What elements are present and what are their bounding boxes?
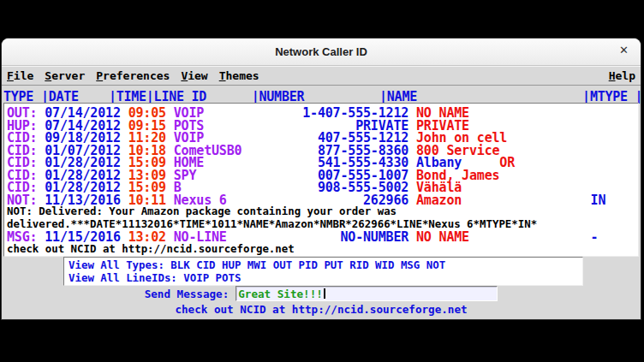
send-message-value: Great Site!!! — [238, 288, 323, 300]
list-row[interactable]: CID: 01/28/2012 15:09 B 908-555-5002 Väh… — [7, 180, 638, 193]
send-message-row: Send Message: Great Site!!! — [2, 286, 641, 301]
list-row[interactable]: CID: 01/07/2012 10:18 CometUSB0 877-555-… — [7, 143, 638, 156]
close-icon[interactable]: ✕ — [619, 45, 629, 56]
menu-item-server[interactable]: Server — [45, 69, 85, 82]
field-name: Amazon — [408, 193, 462, 208]
list-row[interactable]: CID: 01/28/2012 13:09 SPY 007-555-1007 B… — [7, 168, 638, 181]
title-bar: Network Caller ID ✕ — [2, 39, 641, 66]
footer-link-text: check out NCID at http://ncid.sourceforg… — [2, 303, 641, 316]
window-title: Network Caller ID — [275, 45, 367, 58]
field-message: NOT: Delivered: Your Amazon package cont… — [7, 205, 397, 217]
list-row[interactable]: delivered.***DATE*11132016*TIME*1011*NAM… — [7, 217, 638, 230]
view-all-lineids: View All LineIDs: VOIP POTS — [69, 271, 582, 284]
list-row[interactable]: CID: 09/18/2012 11:20 VOIP 407-555-1212 … — [7, 130, 638, 143]
column-header: TYPE |DATE |TIME|LINE ID |NUMBER |NAME |… — [2, 86, 641, 104]
menu-item-themes[interactable]: Themes — [219, 69, 259, 82]
list-row[interactable]: NOT: 11/13/2016 10:11 Nexus 6 262966 Ama… — [7, 193, 638, 205]
view-all-panel: View All Types: BLK CID HUP MWI OUT PID … — [63, 257, 583, 286]
menu-bar: FileServerPreferencesViewThemes Help — [2, 66, 641, 86]
menu-item-file[interactable]: File — [7, 69, 33, 82]
ncid-window: Network Caller ID ✕ FileServerPreference… — [1, 38, 641, 320]
list-row[interactable]: OUT: 07/14/2012 09:05 VOIP 1-407-555-121… — [7, 105, 638, 118]
list-row[interactable]: CID: 01/28/2012 15:09 HOME 541-555-4330 … — [7, 155, 638, 168]
menu-item-view[interactable]: View — [181, 69, 207, 82]
field-message: check out NCID at http://ncid.sourceforg… — [7, 242, 295, 255]
menu-items: FileServerPreferencesViewThemes — [7, 69, 259, 82]
send-message-input[interactable]: Great Site!!! — [236, 286, 498, 301]
list-row[interactable]: HUP: 07/14/2012 09:15 POTS PRIVATE PRIVA… — [7, 118, 638, 131]
field-name: NO NAME — [408, 229, 469, 245]
send-message-label: Send Message: — [145, 288, 230, 300]
field-mtype: - — [469, 229, 598, 245]
menu-item-help[interactable]: Help — [609, 69, 635, 82]
menu-item-preferences[interactable]: Preferences — [96, 69, 170, 82]
field-mtype: IN — [462, 193, 605, 208]
list-row[interactable]: MSG: 11/15/2016 13:02 NO-LINE NO-NUMBER … — [7, 229, 638, 242]
field-message: delivered.***DATE*11132016*TIME*1011*NAM… — [7, 217, 537, 230]
view-all-types: View All Types: BLK CID HUP MWI OUT PID … — [69, 258, 582, 271]
call-list[interactable]: OUT: 07/14/2012 09:05 VOIP 1-407-555-121… — [3, 103, 639, 257]
text-cursor — [324, 288, 325, 299]
